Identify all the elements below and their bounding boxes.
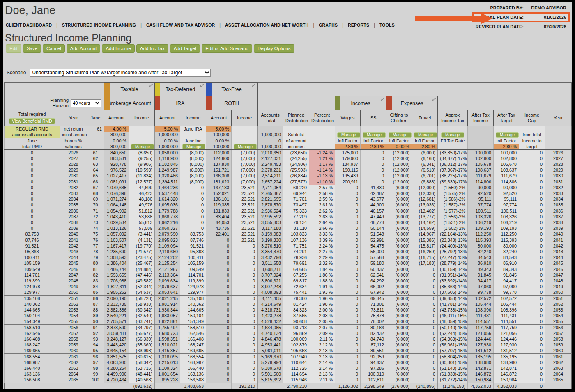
cell: [438, 126, 468, 132]
collapse-icon[interactable]: [199, 83, 205, 90]
nav-item-tools[interactable]: TOOLS: [380, 23, 395, 28]
total-cell: 193,210: [232, 383, 258, 389]
cell: 108,396: [468, 307, 494, 313]
cell: 142,871: [494, 365, 519, 371]
ira-color-bar: [155, 96, 160, 110]
cell: 0: [206, 254, 232, 260]
nav-item-structured-income-planning[interactable]: STRUCTURED INCOME PLANNING: [62, 23, 136, 28]
cell: 124,446: [468, 336, 494, 342]
cell: 2063: [60, 365, 87, 371]
cell: (49,582): [129, 278, 155, 284]
cell: 0: [335, 225, 361, 231]
cell: 114,701: [5, 272, 60, 278]
col-header-income-gap: Income Gap: [519, 110, 545, 126]
cell: 0: [335, 360, 361, 365]
cell: (61,140)-15%: [438, 365, 468, 371]
cell: 135,195: [468, 354, 494, 360]
manage-button[interactable]: Manage: [182, 144, 205, 149]
save-button[interactable]: Save: [23, 44, 41, 53]
cell: 2065: [545, 377, 572, 383]
cell: (6,000): [386, 202, 412, 208]
cell: 99: [87, 371, 104, 377]
scenario-select[interactable]: Understanding Structured Plan w/Target I…: [30, 69, 211, 77]
nav-item-asset-allocation-and-net-worth[interactable]: ASSET ALLOCATION AND NET WORTH: [225, 23, 308, 28]
nav-item-graphs[interactable]: GRAPHS: [319, 23, 338, 28]
collapse-icon[interactable]: [251, 83, 256, 90]
manage-button[interactable]: Manage: [414, 132, 437, 138]
cell: 74: [87, 225, 104, 231]
table-row: 163,1362064994,499,906(48,441)1,001,6541…: [5, 371, 572, 377]
cell: 2027: [545, 156, 572, 161]
planning-horizon-select[interactable]: 40 years: [71, 99, 101, 107]
manage-button[interactable]: Manage: [131, 144, 154, 149]
cell: 69,845: [361, 296, 386, 302]
collapse-icon[interactable]: [380, 97, 385, 104]
cell: 1,071,274: [104, 196, 129, 202]
manage-button[interactable]: Manage: [496, 132, 519, 138]
add-income-button[interactable]: Add Income: [102, 44, 134, 53]
table-row: 02039741,013,12657,5892,060,327043,73523…: [5, 225, 572, 231]
table-row: 02032671,079,63544,6991,464,2360167,1832…: [5, 185, 572, 190]
cell: 0.00 %: [386, 144, 412, 150]
cell: (25,593): [283, 167, 309, 173]
cell: 56,000: [361, 249, 386, 254]
col-header-after-tax-income: After Tax Income: [468, 110, 494, 126]
account-roth-label: ROTH: [224, 101, 239, 106]
collapse-icon[interactable]: [148, 83, 153, 90]
cell: Infl Factor: [412, 138, 438, 144]
cell: 156,508: [5, 377, 60, 383]
cell: 115,946: [283, 377, 309, 383]
col-header-total-required: Total requiredView Beneficial RMD: [5, 110, 60, 126]
edit-or-add-scenario-button[interactable]: Edit or Add Scenario: [202, 44, 252, 53]
cell: 0: [412, 330, 438, 336]
add-target-button[interactable]: Add Target: [170, 44, 200, 53]
cell: [412, 126, 438, 132]
col-header-income: Income: [232, 110, 258, 126]
cell: 2038: [545, 220, 572, 225]
manage-button[interactable]: Manage: [389, 132, 412, 138]
cell: 142,871: [468, 365, 494, 371]
cell: 89,551: [361, 348, 386, 354]
nav-item-client-dashboard[interactable]: CLIENT DASHBOARD: [6, 23, 52, 28]
cell: 0: [335, 301, 361, 307]
cell: 1,827,611: [104, 284, 129, 289]
nav-item-cash-flow-and-tax-advisor[interactable]: CASH FLOW AND TAX ADVISOR: [146, 23, 215, 28]
tax-free-color-bar: [206, 83, 212, 96]
col-header-account: Account: [206, 110, 232, 126]
cell: 91,845: [468, 272, 494, 278]
collapse-icon[interactable]: [431, 97, 436, 104]
cell: (65,677): [129, 330, 155, 336]
cell: w/bonus: [60, 144, 87, 150]
cell: (44,884): [129, 266, 155, 273]
cell: 1,249,987: [155, 167, 180, 173]
cell: 87,565: [283, 313, 309, 319]
manage-button[interactable]: Manage: [441, 132, 464, 138]
view-beneficial-rmd-button[interactable]: View Beneficial RMD: [9, 118, 55, 124]
cell: (6,000): [386, 266, 412, 273]
cell: 64: [87, 167, 104, 173]
manage-button[interactable]: Manage: [337, 132, 360, 138]
cell: (63,998): [129, 348, 155, 354]
cell: 2034: [60, 196, 87, 202]
cell: 4,740,134: [258, 330, 283, 336]
cell: (35,666)-14%: [438, 284, 468, 289]
cell: 168,987: [180, 360, 206, 365]
cell: 103,326: [494, 214, 519, 220]
add-account-button[interactable]: Add Account: [67, 44, 101, 53]
cell: 3,248,127: [104, 336, 129, 342]
cell: 121,056: [468, 330, 494, 336]
nav-item-reports[interactable]: REPORTS: [348, 23, 369, 28]
cell: 1,308,593: [104, 254, 129, 260]
edit-button[interactable]: Edit: [6, 44, 21, 53]
cell: 1,320,486: [155, 173, 180, 179]
display-options-button[interactable]: Display Options: [254, 44, 294, 53]
manage-button[interactable]: Manage: [363, 132, 386, 138]
cell: 0: [335, 243, 361, 249]
cell: 1,779,788: [155, 208, 180, 214]
cell: (12,000): [386, 179, 412, 185]
cancel-button[interactable]: Cancel: [43, 44, 65, 53]
add-inc-tax-button[interactable]: Add Inc Tax: [136, 44, 168, 53]
cell: 1,680,723: [155, 330, 180, 336]
manage-button[interactable]: Manage: [234, 144, 257, 149]
cell: 96,869: [283, 330, 309, 336]
